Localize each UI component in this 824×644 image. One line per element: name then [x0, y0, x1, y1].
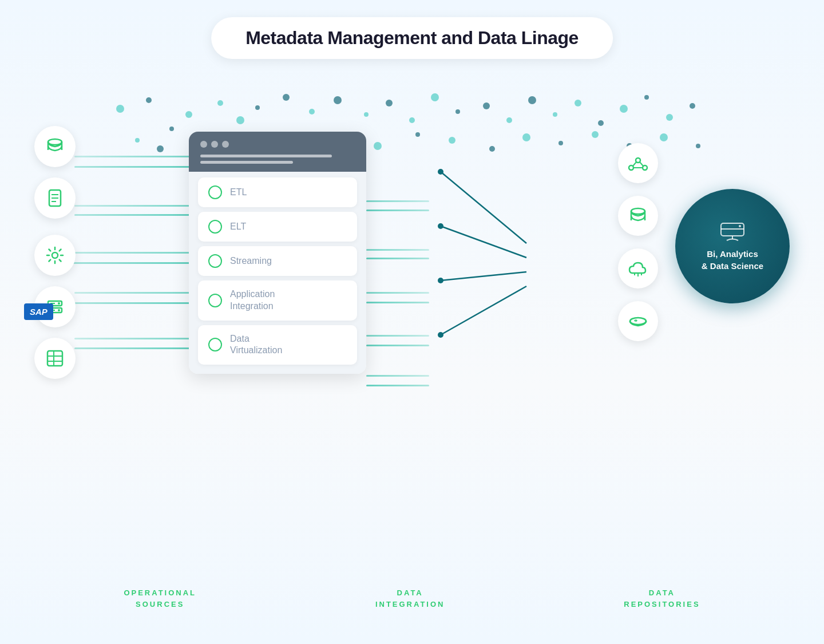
svg-point-32 [374, 142, 382, 150]
document-icon-circle [34, 177, 76, 219]
bi-icon [718, 220, 747, 243]
repo-storage-circle [618, 301, 658, 341]
panel-item-appintegration[interactable]: ApplicationIntegration [198, 280, 357, 321]
svg-point-24 [690, 103, 695, 109]
table-icon [45, 348, 65, 369]
panel-item-datavirt[interactable]: DataVirtualization [198, 325, 357, 365]
radio-inner-elt [213, 224, 217, 229]
right-connector-7 [366, 335, 429, 337]
svg-point-9 [334, 96, 342, 104]
svg-point-42 [48, 139, 62, 145]
right-connector-1 [366, 200, 429, 202]
bottom-labels: OPERATIONAL SOURCES DATA INTEGRATION DAT… [0, 587, 824, 610]
settings-icon [45, 245, 65, 266]
svg-point-15 [483, 102, 490, 109]
label-appintegration: ApplicationIntegration [230, 289, 275, 313]
svg-line-82 [441, 286, 526, 335]
bi-analytics-circle: Bi, Analytics & Data Science [675, 189, 790, 303]
main-container: Metadata Management and Data Linage [0, 0, 824, 644]
radio-streaming [208, 254, 222, 268]
svg-point-12 [409, 117, 415, 123]
svg-point-4 [217, 100, 223, 106]
svg-point-21 [620, 105, 628, 113]
svg-point-20 [598, 120, 604, 126]
repo-graph-circle [618, 143, 658, 183]
repositories-line2: REPOSITORIES [624, 599, 700, 610]
table-icon-circle [34, 338, 76, 379]
document-icon [45, 188, 65, 208]
svg-point-64 [631, 208, 645, 214]
label-operational-sources: OPERATIONAL SOURCES [124, 587, 196, 610]
svg-line-80 [441, 272, 526, 280]
bi-connectors [423, 143, 566, 429]
svg-rect-54 [47, 351, 62, 366]
left-connector-9 [74, 338, 192, 339]
svg-point-71 [635, 320, 637, 321]
right-connector-6 [366, 302, 429, 303]
svg-point-58 [636, 158, 640, 163]
panel-item-streaming[interactable]: Streaming [198, 246, 357, 276]
operational-line2: SOURCES [124, 599, 196, 610]
graph-icon [627, 152, 649, 175]
svg-point-38 [592, 131, 599, 138]
left-connector-4 [74, 214, 192, 216]
svg-point-17 [528, 96, 536, 104]
panel-lines [200, 155, 355, 164]
title-box: Metadata Management and Data Linage [211, 17, 613, 59]
label-data-repositories: DATA REPOSITORIES [624, 587, 700, 610]
svg-point-50 [58, 302, 60, 305]
svg-point-18 [553, 112, 557, 117]
svg-point-41 [696, 144, 700, 148]
svg-point-51 [58, 309, 60, 311]
svg-point-2 [185, 111, 192, 118]
label-datavirt: DataVirtualization [230, 333, 282, 357]
svg-point-26 [157, 145, 164, 152]
label-data-integration: DATA INTEGRATION [375, 587, 445, 610]
panel-dots [200, 141, 355, 148]
svg-point-5 [236, 116, 244, 124]
repo-cloud-circle [618, 248, 658, 289]
integration-line2: INTEGRATION [375, 599, 445, 610]
svg-point-83 [438, 332, 443, 338]
svg-point-3 [169, 127, 174, 131]
right-column [618, 143, 658, 341]
svg-point-6 [255, 105, 260, 110]
storage-icon [627, 310, 649, 333]
right-connector-4 [366, 258, 429, 259]
panel-dot-2 [211, 141, 218, 148]
svg-point-1 [146, 97, 152, 103]
svg-point-25 [135, 138, 140, 143]
svg-point-36 [522, 133, 530, 141]
svg-point-74 [739, 225, 741, 227]
repo-database-circle [618, 196, 658, 236]
radio-inner-etl [213, 190, 217, 195]
svg-point-10 [364, 112, 369, 117]
radio-inner-datavirt [213, 342, 217, 347]
left-connector-7 [74, 292, 192, 294]
radio-elt [208, 220, 222, 234]
svg-line-62 [640, 162, 643, 166]
panel-item-elt[interactable]: ELT [198, 212, 357, 242]
page-title: Metadata Management and Data Linage [245, 27, 579, 49]
settings-icon-circle [34, 235, 76, 276]
svg-point-8 [309, 109, 315, 114]
panel-body: ETL ELT Streaming ApplicationIntegration [189, 172, 366, 374]
bi-analytics-text: Bi, Analytics & Data Science [702, 248, 763, 272]
database-icon-circle [34, 126, 76, 167]
right-connector-8 [366, 345, 429, 346]
right-connector-5 [366, 292, 429, 294]
svg-line-76 [441, 172, 526, 243]
svg-point-22 [644, 95, 649, 100]
right-connector-3 [366, 249, 429, 251]
panel-item-etl[interactable]: ETL [198, 177, 357, 207]
integration-line1: DATA [375, 587, 445, 599]
left-connector-8 [74, 302, 192, 304]
label-etl: ETL [230, 187, 247, 199]
left-connector-3 [74, 205, 192, 207]
svg-point-11 [386, 100, 393, 106]
repo-database-icon [627, 204, 649, 227]
right-connector-10 [366, 385, 429, 386]
right-connector-2 [366, 210, 429, 211]
radio-datavirt [208, 338, 222, 351]
panel-line-1 [200, 155, 332, 157]
